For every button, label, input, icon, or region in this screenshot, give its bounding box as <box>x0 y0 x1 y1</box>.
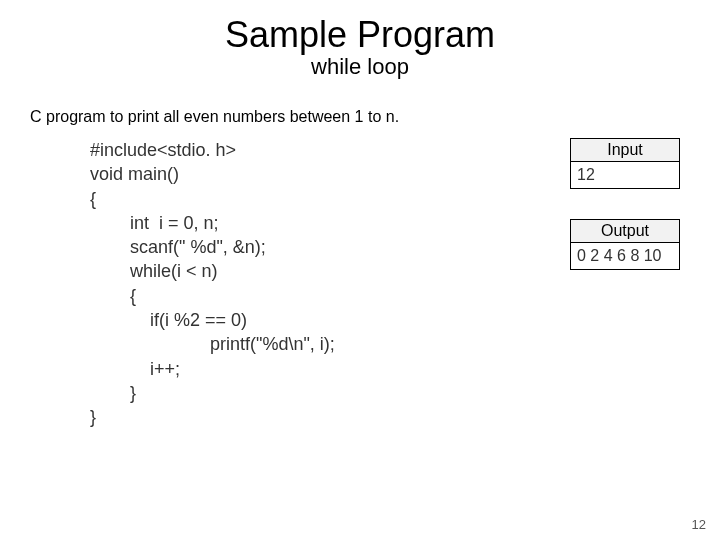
code-line: while(i < n) <box>90 259 570 283</box>
page-number: 12 <box>692 517 706 532</box>
code-line: void main() <box>90 162 570 186</box>
code-line: { <box>90 284 570 308</box>
description-text: C program to print all even numbers betw… <box>30 108 690 126</box>
page-subtitle: while loop <box>30 54 690 80</box>
page-title: Sample Program <box>30 14 690 56</box>
code-line: int i = 0, n; <box>90 211 570 235</box>
code-block: #include<stdio. h> void main() { int i =… <box>30 138 570 430</box>
code-line: i++; <box>90 357 570 381</box>
slide: Sample Program while loop C program to p… <box>0 0 720 540</box>
code-line: } <box>90 381 570 405</box>
input-box: Input 12 <box>570 138 680 189</box>
input-header: Input <box>571 139 679 162</box>
code-line: #include<stdio. h> <box>90 138 570 162</box>
output-header: Output <box>571 220 679 243</box>
output-body: 0 2 4 6 8 10 <box>571 243 679 269</box>
code-line: } <box>90 405 570 429</box>
code-line: printf("%d\n", i); <box>90 332 570 356</box>
code-line: if(i %2 == 0) <box>90 308 570 332</box>
code-line: scanf(" %d", &n); <box>90 235 570 259</box>
content-row: #include<stdio. h> void main() { int i =… <box>30 138 690 430</box>
code-line: { <box>90 187 570 211</box>
output-box: Output 0 2 4 6 8 10 <box>570 219 680 270</box>
side-column: Input 12 Output 0 2 4 6 8 10 <box>570 138 680 430</box>
input-body: 12 <box>571 162 679 188</box>
